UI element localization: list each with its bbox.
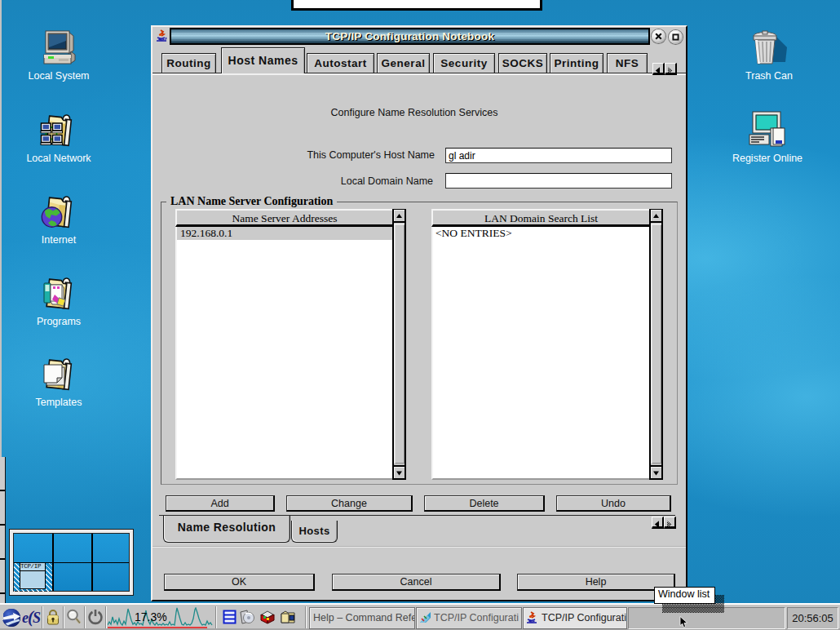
svg-text:17.3%: 17.3%	[135, 610, 167, 623]
